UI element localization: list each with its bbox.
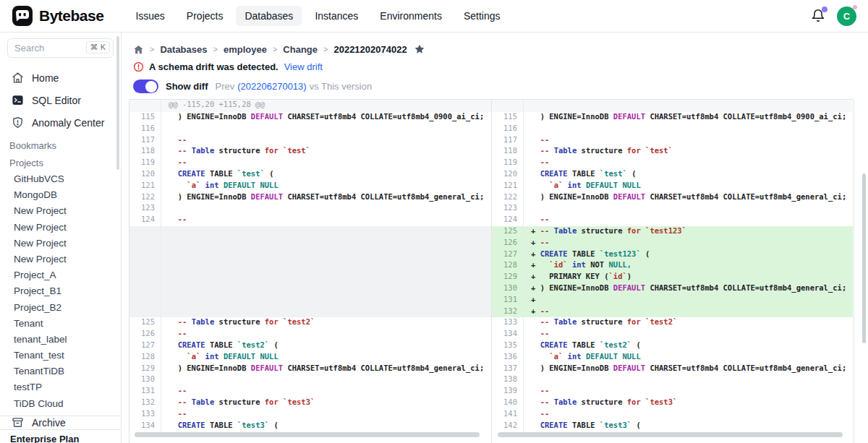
sidebar: ⌘ K HomeSQL EditorAnomaly Center Bookmar… (0, 33, 122, 443)
code-line: -- (161, 158, 491, 169)
sidebar-project-tenant[interactable]: Tenant (0, 316, 121, 332)
show-diff-toggle[interactable] (133, 79, 158, 93)
bookmark-star-icon[interactable] (414, 43, 425, 55)
line-number: 121 (129, 181, 161, 192)
diff-row: 130 (129, 374, 491, 386)
diff-row: 120 CREATE TABLE `test` ( (492, 169, 853, 181)
nav-item-environments[interactable]: Environments (371, 6, 451, 26)
sidebar-scrollbar[interactable] (116, 36, 119, 170)
sidebar-item-label: SQL Editor (32, 95, 81, 106)
code-line: CREATE TABLE `test3` ( (161, 421, 491, 432)
sidebar-item-home[interactable]: Home (0, 66, 121, 89)
breadcrumb-databases[interactable]: Databases (160, 44, 207, 55)
diff-row: 138 (492, 374, 853, 386)
code-line: CREATE TABLE `test` ( (524, 169, 853, 181)
code-line (161, 374, 491, 386)
sidebar-project-new-project[interactable]: New Project (0, 220, 121, 236)
nav-item-databases[interactable]: Databases (236, 6, 302, 26)
sidebar-project-project-b2[interactable]: Project_B2 (0, 300, 121, 316)
breadcrumb-change[interactable]: Change (283, 44, 318, 55)
diff-row-placeholder (129, 295, 491, 306)
line-number (129, 306, 161, 318)
line-number: 119 (129, 158, 161, 169)
line-number: 118 (129, 146, 161, 158)
line-number: 134 (129, 421, 161, 432)
diff-row: 124 -- (492, 215, 853, 226)
line-number: 131 (129, 386, 161, 397)
line-number: 126 (129, 329, 161, 340)
view-drift-link[interactable]: View drift (284, 61, 323, 72)
plan-badge: Enterprise Plan (0, 429, 121, 443)
diff-row-added: 130+ ) ENGINE=InnoDB DEFAULT CHARSET=utf… (492, 283, 853, 295)
sidebar-project-githubvcs[interactable]: GitHubVCS (0, 171, 121, 187)
navbar-right: C (811, 7, 856, 26)
diff-row-added: 129+ PRIMARY KEY (`id`) (492, 272, 853, 283)
sidebar-item-sql-editor[interactable]: SQL Editor (0, 89, 121, 111)
code-line: ) ENGINE=InnoDB DEFAULT CHARSET=utf8mb4 … (524, 364, 853, 375)
code-line: -- (161, 329, 491, 340)
diff-row: 123 (129, 203, 491, 215)
diff-row-added: 126+ -- (492, 238, 853, 249)
sidebar-project-new-project[interactable]: New Project (0, 251, 121, 267)
code-line: `a` int DEFAULT NULL (524, 181, 853, 192)
diff-row: 122 ) ENGINE=InnoDB DEFAULT CHARSET=utf8… (492, 192, 853, 204)
breadcrumb-separator: > (213, 45, 217, 53)
line-number (129, 260, 161, 272)
breadcrumb-home[interactable] (133, 44, 144, 55)
code-line: CREATE TABLE `test2` ( (524, 340, 853, 352)
vertical-scrollbar[interactable] (862, 173, 866, 343)
horizontal-scrollbar-right-pane[interactable] (498, 432, 843, 437)
code-line: + -- Table structure for `test123` (524, 226, 853, 238)
diff-row-added: 132+ -- (492, 306, 853, 318)
nav-item-instances[interactable]: Instances (306, 6, 367, 26)
line-number: 123 (492, 203, 524, 215)
sidebar-item-archive[interactable]: Archive (0, 416, 121, 429)
breadcrumb-separator: > (273, 45, 277, 53)
nav-item-issues[interactable]: Issues (127, 6, 173, 26)
sidebar-project-tidb-cloud[interactable]: TiDB Cloud (0, 396, 121, 412)
line-number: 134 (492, 329, 524, 340)
sidebar-project-mongodb[interactable]: MongoDB (0, 187, 121, 203)
code-line: -- (524, 386, 853, 397)
sidebar-item-label: Anomaly Center (32, 117, 104, 129)
nav-item-settings[interactable]: Settings (455, 6, 509, 26)
line-number: 138 (492, 374, 524, 386)
sidebar-project-tenant-label[interactable]: tenant_label (0, 332, 121, 348)
code-line (161, 260, 491, 272)
user-avatar[interactable]: C (837, 7, 856, 26)
sidebar-item-anomaly-center[interactable]: Anomaly Center (0, 111, 121, 134)
code-line: -- (161, 135, 491, 147)
sidebar-project-new-project[interactable]: New Project (0, 203, 121, 219)
code-line: @@ -115,20 +115,28 @@ (161, 100, 491, 112)
diff-row: 122 ) ENGINE=InnoDB DEFAULT CHARSET=utf8… (129, 192, 491, 204)
nav-item-projects[interactable]: Projects (178, 6, 232, 26)
home-icon (12, 72, 25, 85)
diff-row-added: 131+ (492, 295, 853, 306)
code-line (161, 249, 491, 261)
sidebar-project-project-a[interactable]: Project_A (0, 267, 121, 283)
sidebar-project-tenant-test[interactable]: Tenant_test (0, 348, 121, 364)
bytebase-logo[interactable]: Bytebase (12, 5, 103, 27)
line-number: 142 (492, 421, 524, 432)
sidebar-project-testtp[interactable]: testTP (0, 379, 121, 395)
code-line: CREATE TABLE `test` ( (161, 169, 491, 181)
notifications-bell[interactable] (811, 9, 825, 23)
diff-pane-current: 115 ) ENGINE=InnoDB DEFAULT CHARSET=utf8… (491, 100, 853, 443)
horizontal-scrollbar-left-pane[interactable] (135, 432, 480, 437)
sidebar-project-new-project[interactable]: New Project (0, 236, 121, 251)
code-line: `a` int DEFAULT NULL (161, 352, 491, 364)
line-number: 122 (129, 192, 161, 204)
prev-version-link[interactable]: (202206270013) (237, 81, 306, 92)
line-number (129, 238, 161, 249)
code-line (161, 295, 491, 306)
diff-row: 126 -- (129, 329, 491, 340)
line-number: 129 (129, 364, 161, 375)
sidebar-project-tenanttidb[interactable]: TenantTiDB (0, 364, 121, 379)
breadcrumb-employee[interactable]: employee (224, 44, 267, 55)
diff-row-placeholder (129, 260, 491, 272)
code-line: -- Table structure for `test2` (524, 317, 853, 329)
diff-row: 115 ) ENGINE=InnoDB DEFAULT CHARSET=utf8… (129, 112, 491, 124)
line-number: 115 (492, 112, 524, 124)
line-number: 129 (492, 272, 524, 283)
sidebar-project-project-b1[interactable]: Project_B1 (0, 283, 121, 299)
